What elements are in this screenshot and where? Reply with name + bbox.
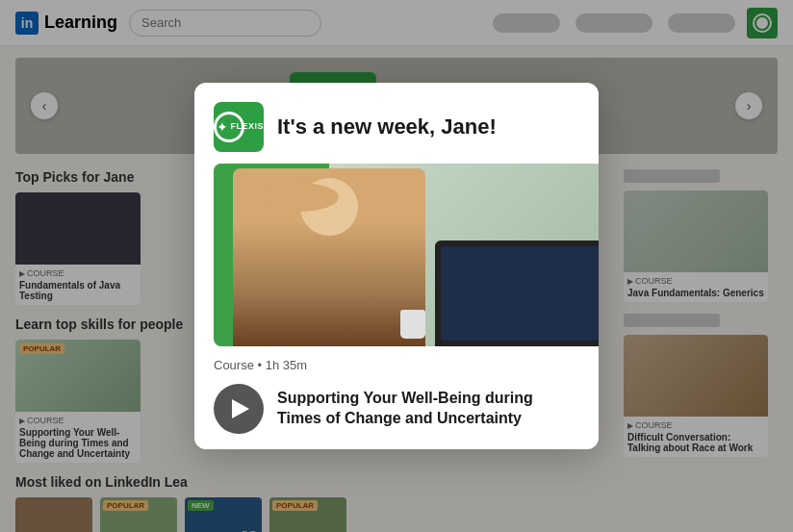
play-button[interactable]: [214, 384, 264, 434]
modal-photo-area: [214, 164, 599, 346]
modal-dialog: ✦ FLEXIS It's a new week, Jane!: [194, 83, 599, 449]
modal-flexis-logo: ✦ FLEXIS: [214, 102, 264, 152]
modal-course-info: Course • 1h 35m Supporting Your Well-Bei…: [194, 358, 599, 449]
course-player: Supporting Your Well-Being during Times …: [214, 384, 579, 434]
woman-figure: [233, 168, 425, 346]
flexis-inner-logo: ✦: [214, 112, 230, 142]
course-duration: Course • 1h 35m: [214, 358, 579, 372]
play-icon: [232, 399, 249, 418]
modal-header: ✦ FLEXIS It's a new week, Jane!: [194, 83, 599, 164]
modal-overlay[interactable]: ✦ FLEXIS It's a new week, Jane!: [0, 0, 793, 532]
flexis-star-icon: ✦: [217, 119, 228, 135]
woman-body: [233, 168, 425, 346]
laptop-body: [435, 241, 599, 346]
coffee-mug: [400, 310, 425, 339]
laptop-screen: [441, 246, 599, 341]
modal-greeting: It's a new week, Jane!: [277, 114, 497, 139]
course-title: Supporting Your Well-Being during Times …: [277, 389, 579, 429]
hair: [262, 183, 339, 212]
